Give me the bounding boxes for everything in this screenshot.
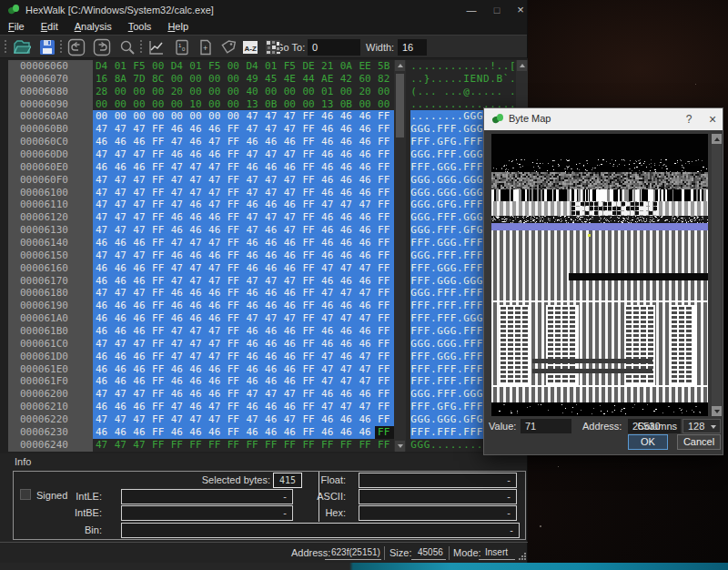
goto-input[interactable]: 0	[308, 39, 360, 56]
ascii-char[interactable]: F	[424, 237, 430, 249]
ascii-char[interactable]: G	[450, 136, 457, 148]
ascii-char[interactable]: G	[424, 413, 430, 426]
hex-byte[interactable]: FF	[375, 211, 394, 224]
ascii-char[interactable]: .	[457, 237, 463, 249]
ascii-char[interactable]: F	[417, 375, 423, 388]
hex-byte[interactable]: 46	[93, 375, 112, 388]
hex-byte[interactable]: 46	[93, 136, 112, 148]
hex-byte[interactable]: 42	[338, 73, 357, 86]
ascii-char[interactable]: .	[443, 439, 450, 452]
ascii-char[interactable]: .	[430, 174, 437, 187]
ascii-char[interactable]: .	[430, 123, 437, 136]
hex-byte[interactable]: FF	[299, 224, 318, 237]
ascii-char[interactable]: F	[463, 161, 470, 174]
hex-byte[interactable]: 46	[338, 388, 357, 401]
hex-byte[interactable]: 47	[93, 211, 112, 224]
hex-byte[interactable]: 46	[243, 401, 262, 413]
ascii-char[interactable]: .	[410, 98, 417, 111]
hex-byte[interactable]: 82	[375, 73, 394, 86]
hex-byte[interactable]: 46	[318, 136, 338, 148]
hex-byte[interactable]: 46	[243, 262, 262, 275]
ascii-char[interactable]: F	[417, 136, 423, 148]
hex-byte[interactable]: 46	[318, 148, 338, 161]
ascii-char[interactable]: G	[410, 198, 417, 211]
hex-byte[interactable]: 00	[225, 73, 244, 86]
hex-byte[interactable]: 46	[130, 262, 149, 275]
hex-byte[interactable]: 46	[338, 237, 357, 249]
ascii-char[interactable]: F	[470, 198, 476, 211]
hex-byte[interactable]: 00	[187, 73, 206, 86]
ascii-char[interactable]: G	[463, 187, 470, 199]
ascii-char[interactable]: .	[457, 275, 463, 288]
ascii-char[interactable]: F	[437, 426, 443, 439]
hex-byte[interactable]: 46	[281, 287, 300, 300]
hex-byte[interactable]: FF	[299, 388, 318, 401]
ascii-char[interactable]: .	[457, 211, 463, 224]
hex-byte[interactable]: 4E	[281, 73, 300, 86]
hex-byte[interactable]: FF	[262, 439, 281, 452]
hex-byte[interactable]: 46	[168, 426, 187, 439]
ascii-char[interactable]: G	[477, 123, 483, 136]
ascii-char[interactable]: G	[470, 388, 476, 401]
hex-byte[interactable]: FF	[243, 439, 262, 452]
ascii-char[interactable]: F	[437, 123, 443, 136]
hex-byte[interactable]: 47	[243, 312, 262, 325]
ascii-char[interactable]: .	[424, 86, 430, 98]
hex-byte[interactable]: 47	[281, 174, 300, 187]
ascii-char[interactable]: F	[477, 262, 483, 275]
ascii-char[interactable]: F	[417, 262, 423, 275]
hex-byte[interactable]: 46	[243, 237, 262, 249]
ascii-char[interactable]: .	[477, 86, 483, 98]
ascii-char[interactable]: F	[450, 426, 457, 439]
ascii-char[interactable]: F	[477, 401, 483, 413]
hex-byte[interactable]: 47	[130, 224, 149, 237]
hex-byte[interactable]: 47	[262, 388, 281, 401]
ascii-char[interactable]: .	[424, 110, 430, 123]
hex-byte[interactable]: FF	[168, 439, 187, 452]
hex-byte[interactable]: 47	[112, 287, 131, 300]
menu-edit[interactable]: Edit	[33, 20, 66, 33]
ascii-char[interactable]: G	[470, 187, 476, 199]
ascii-char[interactable]: F	[450, 249, 457, 262]
hex-byte[interactable]: 20	[168, 86, 187, 98]
hex-byte[interactable]: 47	[93, 187, 112, 199]
hex-byte[interactable]: 46	[187, 123, 206, 136]
ascii-char[interactable]: .	[443, 86, 450, 98]
hex-byte[interactable]: 47	[168, 351, 187, 363]
hex-byte[interactable]: 00	[130, 98, 149, 111]
hex-byte[interactable]: 00	[356, 98, 375, 111]
hex-scrollbar-thumb[interactable]	[396, 74, 404, 137]
ascii-char[interactable]: F	[463, 325, 470, 338]
hex-byte[interactable]: 47	[338, 262, 357, 275]
hex-byte[interactable]: 46	[130, 363, 149, 376]
hex-field[interactable]: -	[359, 505, 517, 521]
ascii-char[interactable]: F	[437, 287, 443, 300]
ascii-char[interactable]: F	[437, 375, 443, 388]
hex-byte[interactable]: 46	[338, 338, 357, 351]
ascii-char[interactable]: F	[463, 375, 470, 388]
hex-byte[interactable]: 46	[356, 187, 375, 199]
hex-byte[interactable]: 47	[356, 262, 375, 275]
hex-byte[interactable]: F5	[281, 60, 300, 73]
hex-byte[interactable]: FF	[299, 136, 318, 148]
hex-byte[interactable]: FF	[206, 439, 225, 452]
hex-byte[interactable]: 20	[356, 86, 375, 98]
scroll-up-icon[interactable]	[517, 60, 527, 71]
hex-byte[interactable]: 46	[281, 338, 300, 351]
hex-byte[interactable]: 46	[262, 161, 281, 174]
hex-byte[interactable]: 47	[93, 174, 112, 187]
ascii-char[interactable]: F	[443, 312, 450, 325]
hex-byte[interactable]: 47	[206, 237, 225, 249]
hex-byte[interactable]: FF	[375, 237, 394, 249]
hex-byte[interactable]: 46	[356, 110, 375, 123]
hex-byte[interactable]: 01	[262, 60, 281, 73]
ascii-char[interactable]: F	[424, 375, 430, 388]
ascii-char[interactable]: .	[430, 401, 437, 413]
hex-byte[interactable]: 46	[338, 275, 357, 288]
ascii-char[interactable]: F	[443, 136, 450, 148]
hex-byte[interactable]: 46	[206, 388, 225, 401]
hex-byte[interactable]: FF	[375, 123, 394, 136]
hex-byte[interactable]: 47	[281, 312, 300, 325]
ascii-char[interactable]: G	[477, 187, 483, 199]
hex-byte[interactable]: 47	[356, 375, 375, 388]
